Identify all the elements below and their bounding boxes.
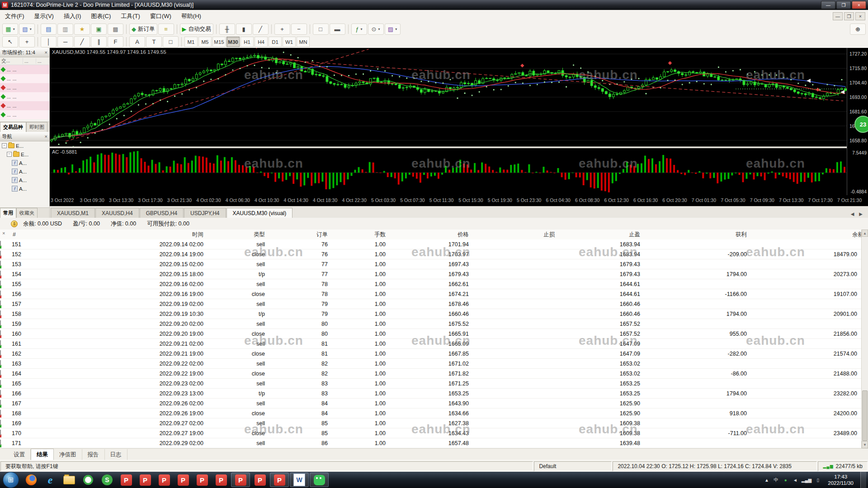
navigator-tab-0[interactable]: 常用: [0, 208, 16, 218]
internet-explorer-icon[interactable]: e: [41, 473, 59, 487]
fibonacci-tool[interactable]: F: [108, 36, 123, 47]
price-axis[interactable]: 23 1727.201715.801704.401693.001681.6016…: [847, 48, 868, 206]
table-row[interactable]: 1672022.09.26 02:00sell841.001643.901625…: [0, 399, 862, 408]
terminal-tab-2[interactable]: 净值图: [54, 449, 82, 460]
data-window-button[interactable]: ▥: [57, 23, 73, 35]
market-watch-row[interactable]: ......: [0, 92, 49, 101]
profiles-button[interactable]: ▧▾: [19, 23, 35, 35]
table-scrollbar[interactable]: ▲ ▼: [861, 230, 868, 448]
wps-ppt-1-icon[interactable]: P: [117, 473, 135, 487]
scrollbar-thumb[interactable]: [862, 390, 868, 441]
scroll-down-icon[interactable]: ▼: [862, 441, 868, 448]
menu-item-4[interactable]: 工具(T): [116, 10, 145, 23]
market-watch-button[interactable]: ▤: [41, 23, 57, 35]
terminal-tab-1[interactable]: 结果: [31, 449, 54, 460]
table-row[interactable]: 1512022.09.14 02:00sell761.001701.941683…: [0, 239, 862, 249]
file-explorer-icon[interactable]: [60, 473, 78, 487]
table-row[interactable]: 1622022.09.21 19:00close811.001667.85164…: [0, 349, 862, 359]
table-row[interactable]: 1652022.09.23 02:00sell831.001671.251653…: [0, 379, 862, 389]
table-row[interactable]: 1702022.09.27 19:00close851.001634.43160…: [0, 428, 862, 438]
chart-tab-2[interactable]: GBPUSD,H4: [140, 208, 184, 218]
table-row[interactable]: 1692022.09.27 02:00sell851.001627.381609…: [0, 418, 862, 428]
word-document-icon[interactable]: W: [290, 473, 309, 487]
browser-360-icon[interactable]: [79, 473, 97, 487]
taskbar-clock[interactable]: 17:43 2022/11/30: [824, 474, 857, 487]
metaeditor-button[interactable]: ≡: [158, 23, 174, 35]
price-chart[interactable]: XAUUSD,M30 1749.55 1749.97 1749.16 1749.…: [50, 48, 847, 146]
tray-power-icon[interactable]: ▯: [815, 478, 821, 483]
table-row[interactable]: 1552022.09.16 02:00sell781.001662.611644…: [0, 279, 862, 289]
navigator-item[interactable]: fA...: [0, 159, 49, 167]
wps-ppt-4-icon[interactable]: P: [174, 473, 192, 487]
indicators-button[interactable]: ƒ▾: [351, 23, 367, 35]
channel-tool[interactable]: ∥: [91, 36, 107, 47]
column-header-6[interactable]: 止损: [473, 231, 559, 239]
close-button[interactable]: ×: [852, 1, 866, 9]
navigator-item[interactable]: −E...: [0, 141, 49, 150]
wps-ppt-2-icon[interactable]: P: [136, 473, 154, 487]
chart-tab-1[interactable]: XAUUSD,H4: [95, 208, 139, 218]
terminal-button[interactable]: ▣: [91, 23, 107, 35]
menu-item-6[interactable]: 帮助(H): [176, 10, 206, 23]
app-green-icon[interactable]: S: [98, 473, 116, 487]
periods-button[interactable]: ⊙▾: [368, 23, 384, 35]
column-header-9[interactable]: 余额: [751, 231, 868, 239]
strategy-tester-button[interactable]: ▩: [108, 23, 123, 35]
cursor-tool[interactable]: ↖: [2, 36, 18, 47]
toolbox-close-icon[interactable]: ×: [2, 230, 5, 236]
trendline-tool[interactable]: ╱: [74, 36, 90, 47]
line-chart-button[interactable]: ╱: [253, 23, 269, 35]
crosshair-tool[interactable]: +: [19, 36, 35, 47]
timeframe-d1[interactable]: D1: [269, 37, 282, 47]
table-row[interactable]: 1602022.09.20 19:00close801.001665.91165…: [0, 329, 862, 339]
horizontal-line-tool[interactable]: ─: [57, 36, 73, 47]
restore-button[interactable]: ❐: [836, 1, 851, 9]
table-row[interactable]: 1662022.09.23 13:00t/p831.001653.251653.…: [0, 389, 862, 399]
timeframe-m1[interactable]: M1: [184, 37, 198, 47]
navigator-tab-1[interactable]: 收藏夹: [16, 208, 38, 218]
time-axis[interactable]: 3 Oct 20223 Oct 09:303 Oct 13:303 Oct 17…: [50, 195, 868, 206]
column-header-7[interactable]: 止盈: [559, 231, 645, 239]
chart-tab-0[interactable]: XAUUSD,M1: [51, 208, 95, 218]
tray-network-icon[interactable]: ▂▄▆: [802, 478, 811, 483]
menu-item-1[interactable]: 显示(V): [29, 10, 59, 23]
cascade-windows-button[interactable]: □: [313, 23, 329, 35]
column-header-8[interactable]: 获利: [645, 231, 751, 239]
market-watch-tab-0[interactable]: 交易品种: [0, 122, 26, 132]
tray-security-icon[interactable]: ●: [783, 478, 789, 483]
tile-windows-button[interactable]: ▬: [330, 23, 345, 35]
minimize-button[interactable]: —: [821, 1, 835, 9]
menu-item-0[interactable]: 文件(F): [0, 10, 29, 23]
new-chart-button[interactable]: ▦▾: [2, 23, 18, 35]
table-row[interactable]: 1532022.09.15 02:00sell771.001697.431679…: [0, 259, 862, 269]
table-row[interactable]: 1612022.09.21 02:00sell811.001665.091647…: [0, 339, 862, 349]
market-watch-tab-1[interactable]: 即时图: [26, 122, 47, 132]
table-row[interactable]: 1592022.09.20 02:00sell801.001675.521657…: [0, 319, 862, 329]
terminal-tab-4[interactable]: 日志: [105, 449, 127, 460]
templates-button[interactable]: ▨▾: [385, 23, 401, 35]
chart-tab-4[interactable]: XAUUSD,M30 (visual): [226, 208, 293, 218]
wps-ppt-6-icon[interactable]: P: [212, 473, 230, 487]
column-header-0[interactable]: #: [12, 231, 62, 238]
navigator-item[interactable]: fA...: [0, 184, 49, 193]
candlestick-chart-canvas[interactable]: [50, 48, 847, 146]
wps-ppt-8-icon[interactable]: P: [251, 473, 269, 487]
wechat-icon[interactable]: [310, 473, 329, 487]
timeframe-m15[interactable]: M15: [212, 37, 226, 47]
column-header-5[interactable]: 价格: [390, 231, 473, 239]
tray-expand-icon[interactable]: ▲: [764, 478, 770, 483]
tray-ime-icon[interactable]: 中: [773, 477, 779, 483]
wps-ppt-5-icon[interactable]: P: [193, 473, 211, 487]
wps-ppt-7-icon[interactable]: P: [231, 473, 250, 487]
search-button[interactable]: ⊕: [850, 23, 866, 35]
navigator-item[interactable]: −E...: [0, 150, 49, 159]
navigator-item[interactable]: fA...: [0, 176, 49, 184]
timeframe-w1[interactable]: W1: [283, 37, 296, 47]
wps-ppt-3-icon[interactable]: P: [155, 473, 173, 487]
column-header-4[interactable]: 手数: [332, 231, 390, 239]
wps-ppt-9-icon[interactable]: P: [270, 473, 289, 487]
market-watch-row[interactable]: ......: [0, 83, 49, 92]
menu-item-5[interactable]: 窗口(W): [145, 10, 176, 23]
timeframe-m30[interactable]: M30: [226, 37, 240, 47]
market-watch-row[interactable]: ......: [0, 65, 49, 74]
